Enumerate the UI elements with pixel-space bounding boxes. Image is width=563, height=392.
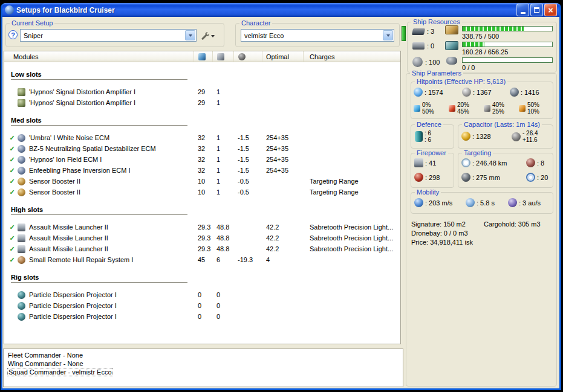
setup-tools-button[interactable]: [200, 30, 216, 41]
scan-resolution-icon: [461, 173, 470, 182]
explosive-armor-resist: 10%: [527, 108, 539, 115]
module-type-icon: [18, 99, 25, 107]
module-active-check-icon: ✓: [8, 145, 16, 153]
setup-combobox[interactable]: Sniper: [20, 29, 197, 42]
cpu-column-header[interactable]: [194, 51, 213, 62]
module-cpu-value: 29: [194, 88, 213, 95]
module-row[interactable]: ✓Sensor Booster II101-0.5Targeting Range: [4, 187, 400, 198]
module-row[interactable]: ✓Small Remote Hull Repair System I456-19…: [4, 254, 400, 265]
wrench-icon: [201, 31, 209, 40]
module-pg-value: 48.8: [213, 223, 234, 231]
module-cpu-value: 0: [194, 313, 213, 320]
module-cpu-value: 45: [194, 256, 213, 263]
optimal-column-header[interactable]: Optimal: [262, 51, 304, 62]
module-pg-value: 6: [213, 256, 234, 263]
commander-item[interactable]: Fleet Commander - None: [7, 351, 399, 359]
module-row[interactable]: ✓'Umbra' I White Noise ECM321-1.5254+35: [4, 132, 400, 143]
sensor-strength-value: : 20: [537, 174, 548, 181]
module-cap-value: -1.5: [234, 145, 262, 152]
window-content: Current Setup ? Sniper Character velmist…: [2, 17, 559, 388]
scan-resolution-stat: : 275 mm: [461, 173, 500, 182]
module-active-check-icon: ✓: [8, 223, 16, 231]
launcher-slots-stat: : 0: [412, 42, 434, 50]
module-cpu-value: 0: [194, 302, 213, 309]
slot-group-header: Med slots: [11, 117, 187, 126]
hull-hp-value: : 1416: [521, 89, 539, 96]
explosive-shield-resist: 50%: [527, 101, 539, 108]
module-optimal-value: 42.2: [262, 245, 304, 252]
commander-item-label: Fleet Commander - None: [7, 352, 83, 359]
hull-hp-stat: : 1416: [510, 88, 539, 97]
defence-icon: [415, 131, 423, 142]
module-name: Assault Missile Launcher II: [29, 223, 194, 231]
dronebay-usage-text: 0 / 0: [462, 64, 475, 71]
module-optimal-value: 42.2: [262, 234, 304, 242]
module-active-check-icon: ✓: [8, 178, 16, 185]
title-bar[interactable]: Setups for Blackbird Cruiser ×: [2, 3, 559, 17]
module-row[interactable]: ✓Assault Missile Launcher II29.348.842.2…: [4, 233, 400, 243]
dronebay-text: Dronebay: 0 / 0 m3: [411, 230, 468, 237]
align-time-stat: : 5.8 s: [466, 198, 495, 207]
module-optimal-value: 254+35: [262, 145, 304, 152]
close-button[interactable]: ×: [544, 4, 557, 16]
volley-icon: [414, 158, 423, 167]
max-velocity-value: : 203 m/s: [425, 199, 452, 207]
module-pg-value: 1: [213, 134, 234, 141]
module-active-check-icon: ✓: [8, 188, 16, 196]
explosive-resist-stat: 50%10%: [519, 101, 539, 115]
charges-column-header[interactable]: Charges: [304, 51, 400, 62]
module-pg-value: 1: [213, 178, 234, 185]
module-cpu-value: 32: [194, 134, 213, 141]
capacitor-delta-icon: [512, 132, 521, 141]
dronebay-icon: [446, 57, 457, 65]
module-name: Enfeebling Phase Inversion ECM I: [29, 167, 194, 174]
module-row[interactable]: Particle Dispersion Projector I00: [4, 289, 400, 300]
commander-item[interactable]: Wing Commander - None: [7, 359, 399, 368]
tools-dropdown-icon: [211, 35, 215, 39]
cpu-usage-text: 338.75 / 500: [462, 33, 499, 40]
character-combo-dropdown-icon[interactable]: [383, 30, 393, 40]
character-combobox[interactable]: velmistr Ecco: [241, 29, 394, 42]
modules-list: Low slots'Hypnos' Signal Distortion Ampl…: [4, 71, 400, 322]
module-cap-value: -0.5: [234, 178, 262, 185]
module-row[interactable]: Particle Dispersion Projector I00: [4, 300, 400, 311]
module-optimal-value: 254+35: [262, 134, 304, 141]
commander-item[interactable]: Squad Commander - velmistr Ecco: [7, 368, 399, 376]
calibration-value: : 100: [425, 59, 440, 66]
targeting-range-stat: : 246.48 km: [461, 158, 507, 167]
module-type-icon: [18, 245, 25, 253]
module-row[interactable]: 'Hypnos' Signal Distortion Amplifier I29…: [4, 97, 400, 108]
modules-table-header[interactable]: Modules Optimal Charges: [4, 51, 400, 62]
powergrid-column-header[interactable]: [213, 51, 234, 62]
module-row[interactable]: Particle Dispersion Projector I00: [4, 311, 400, 322]
help-icon[interactable]: ?: [8, 30, 18, 39]
module-charges-value: Sabretooth Precision Light...: [304, 223, 393, 231]
module-row[interactable]: ✓'Hypnos' Ion Field ECM I321-1.5254+35: [4, 154, 400, 165]
module-row[interactable]: ✓Assault Missile Launcher II29.348.842.2…: [4, 243, 400, 254]
module-charges-value: Sabretooth Precision Light...: [304, 245, 393, 252]
module-row[interactable]: ✓BZ-5 Neutralizing Spatial Destabilizer …: [4, 143, 400, 154]
module-type-icon: [18, 188, 25, 196]
module-row[interactable]: ✓Enfeebling Phase Inversion ECM I321-1.5…: [4, 165, 400, 176]
modules-column-header[interactable]: Modules: [4, 51, 194, 62]
minimize-button[interactable]: [516, 4, 529, 16]
maximize-button[interactable]: [530, 4, 543, 16]
setup-combo-dropdown-icon[interactable]: [185, 30, 195, 40]
capacitor-column-header[interactable]: [234, 51, 262, 62]
module-row[interactable]: ✓Sensor Booster II101-0.5Targeting Range: [4, 176, 400, 187]
targeting-range-icon: [461, 158, 470, 167]
commander-item-label: Wing Commander - None: [7, 360, 84, 367]
capacitor-label: Capacitor (Lasts: 1m 14s): [462, 121, 542, 128]
module-optimal-value: 4: [262, 256, 304, 263]
module-row[interactable]: ✓Assault Missile Launcher II29.348.842.2…: [4, 222, 400, 233]
targeting-label: Targeting: [462, 149, 493, 156]
module-pg-value: 1: [213, 99, 234, 106]
module-type-icon: [18, 234, 25, 242]
calibration-stat: : 100: [412, 57, 440, 67]
volley-value: : 41: [425, 159, 436, 167]
module-active-check-icon: ✓: [8, 156, 16, 164]
module-row[interactable]: 'Hypnos' Signal Distortion Amplifier I29…: [4, 86, 400, 97]
module-name: Small Remote Hull Repair System I: [29, 256, 194, 263]
character-skills-indicator: [402, 26, 406, 41]
module-name: 'Hypnos' Ion Field ECM I: [29, 156, 194, 163]
